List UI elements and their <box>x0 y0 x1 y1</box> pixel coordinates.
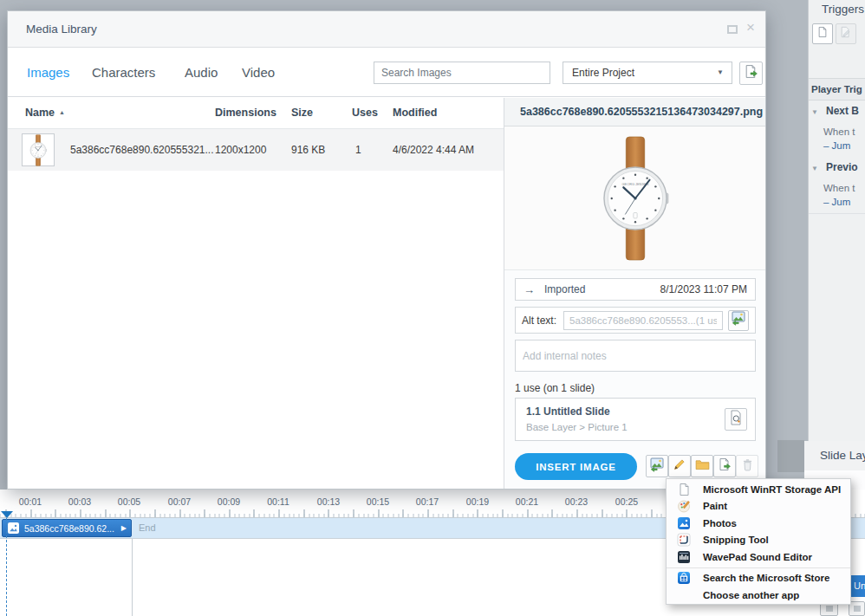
preview-slide-button[interactable] <box>725 408 747 431</box>
menu-item-photos[interactable]: Photos <box>667 515 850 532</box>
menu-item-snipping-tool[interactable]: Snipping Tool <box>667 532 850 549</box>
column-size[interactable]: Size <box>291 107 313 119</box>
trigger-when-text: When t <box>823 126 855 137</box>
edit-trigger-button[interactable] <box>836 23 856 44</box>
tab-images[interactable]: Images <box>27 65 69 80</box>
tick-label: 00:21 <box>516 496 538 507</box>
page-arrow-icon <box>718 457 732 475</box>
imported-row: → Imported 8/1/2023 11:07 PM <box>515 278 756 301</box>
tick-label: 00:17 <box>416 496 439 507</box>
replace-image-button[interactable] <box>646 455 668 477</box>
cell-uses: 1 <box>355 144 361 156</box>
menu-separator <box>667 567 850 568</box>
menu-item-wavepad[interactable]: WavePad Sound Editor <box>667 548 850 566</box>
photos-icon <box>677 516 691 530</box>
trigger-action-link[interactable]: – Jum <box>823 197 850 207</box>
search-input[interactable] <box>374 62 550 84</box>
import-media-button[interactable] <box>739 62 763 85</box>
chevron-down-icon[interactable]: ▼ <box>811 165 818 172</box>
slide-title: 1.1 Untitled Slide <box>526 405 610 418</box>
menu-item-paint[interactable]: Paint <box>667 498 850 515</box>
player-triggers-header: Player Trig <box>809 78 865 101</box>
dialog-title: Media Library <box>26 23 97 36</box>
trigger-when-text: When t <box>823 183 855 193</box>
divider <box>809 213 865 214</box>
close-icon[interactable]: × <box>743 19 758 36</box>
trigger-group-next[interactable]: Next B <box>826 105 859 117</box>
internal-notes-input[interactable] <box>516 340 755 371</box>
tick-label: 00:19 <box>466 496 489 507</box>
new-trigger-button[interactable] <box>812 23 833 44</box>
tick-label: 00:23 <box>565 496 588 507</box>
cell-dimensions: 1200x1200 <box>215 144 266 156</box>
blank-icon-spacer <box>677 588 691 602</box>
column-uses[interactable]: Uses <box>352 107 378 119</box>
column-dimensions[interactable]: Dimensions <box>215 107 276 119</box>
export-image-button[interactable] <box>713 455 736 477</box>
tick-label: 00:11 <box>267 496 289 507</box>
maximize-icon[interactable] <box>727 25 738 34</box>
tab-video[interactable]: Video <box>242 65 275 80</box>
use-filename-button[interactable] <box>728 310 749 331</box>
tab-audio[interactable]: Audio <box>185 65 218 80</box>
document-magnifier-icon <box>729 410 743 429</box>
usage-slide-card[interactable]: 1.1 Untitled Slide Base Layer > Picture … <box>515 398 756 441</box>
trigger-group-previous[interactable]: Previo <box>826 161 858 173</box>
playhead-line <box>6 518 7 616</box>
tick-label: 00:25 <box>615 496 638 507</box>
tick-label: 00:01 <box>19 496 42 507</box>
image-thumbnail <box>22 133 55 166</box>
imported-date: 8/1/2023 11:07 PM <box>660 283 747 295</box>
image-clip-icon <box>8 522 19 534</box>
tick-label: 00:05 <box>118 496 140 507</box>
open-folder-button[interactable] <box>691 455 713 477</box>
dialog-titlebar[interactable]: Media Library × <box>8 11 765 48</box>
menu-item-choose-app[interactable]: Choose another app <box>667 587 850 604</box>
insert-image-button[interactable]: INSERT IMAGE <box>515 453 637 480</box>
tick-label: 00:07 <box>168 496 191 507</box>
clip-duration-line <box>132 539 133 616</box>
page-arrow-icon <box>744 64 758 82</box>
waveform-icon <box>677 550 691 564</box>
timeline-clip[interactable]: 5a386cc768e890.62... ▶ <box>2 519 132 537</box>
media-library-dialog: Media Library × Images Characters Audio … <box>7 10 766 490</box>
playhead-handle[interactable] <box>1 511 13 518</box>
cell-modified: 4/6/2022 4:44 AM <box>393 144 474 156</box>
scope-dropdown[interactable]: Entire Project ▼ <box>563 62 732 84</box>
folder-icon <box>695 458 710 474</box>
paint-icon <box>677 499 691 513</box>
picture-arrow-icon <box>649 457 665 476</box>
list-header: Name▲ Dimensions Size Uses Modified <box>8 98 504 129</box>
chevron-down-icon[interactable]: ▼ <box>811 108 818 116</box>
scrollbar-block[interactable] <box>777 440 804 472</box>
chevron-down-icon: ▼ <box>717 62 724 83</box>
tick-label: 00:15 <box>367 496 389 507</box>
triggers-panel-title: Triggers <box>822 3 864 16</box>
watch-image <box>602 135 669 262</box>
scope-value: Entire Project <box>572 67 634 79</box>
delete-image-button <box>736 455 758 477</box>
alt-text-row: Alt text: <box>515 307 756 334</box>
trash-icon <box>742 458 753 475</box>
tick-label: 00:13 <box>317 496 340 507</box>
edit-image-button[interactable] <box>668 455 691 477</box>
cell-size: 916 KB <box>291 144 325 156</box>
trigger-action-link[interactable]: – Jum <box>823 140 850 151</box>
column-name[interactable]: Name▲ <box>25 107 65 119</box>
filename-bar: 5a386cc768e890.6205553215136473034297.pn… <box>504 98 765 126</box>
new-document-icon <box>817 26 828 42</box>
column-modified[interactable]: Modified <box>393 107 437 119</box>
slide-layers-title: Slide Lay <box>820 449 865 462</box>
cell-name: 5a386cc768e890.620555321... <box>70 144 214 156</box>
alt-text-input[interactable] <box>563 311 723 330</box>
picture-arrow-icon <box>731 311 746 329</box>
snipping-tool-icon <box>677 533 691 547</box>
menu-item-store-search[interactable]: Search the Microsoft Store <box>667 570 850 587</box>
clip-expand-icon[interactable]: ▶ <box>121 524 127 532</box>
notes-box <box>515 340 756 372</box>
menu-item-winrt[interactable]: Microsoft WinRT Storage API <box>667 481 850 498</box>
table-row[interactable]: 5a386cc768e890.620555321... 1200x1200 91… <box>8 129 504 171</box>
tick-label: 00:03 <box>68 496 91 507</box>
tab-characters[interactable]: Characters <box>92 65 155 80</box>
detail-panel: 5a386cc768e890.6205553215136473034297.pn… <box>504 98 765 489</box>
